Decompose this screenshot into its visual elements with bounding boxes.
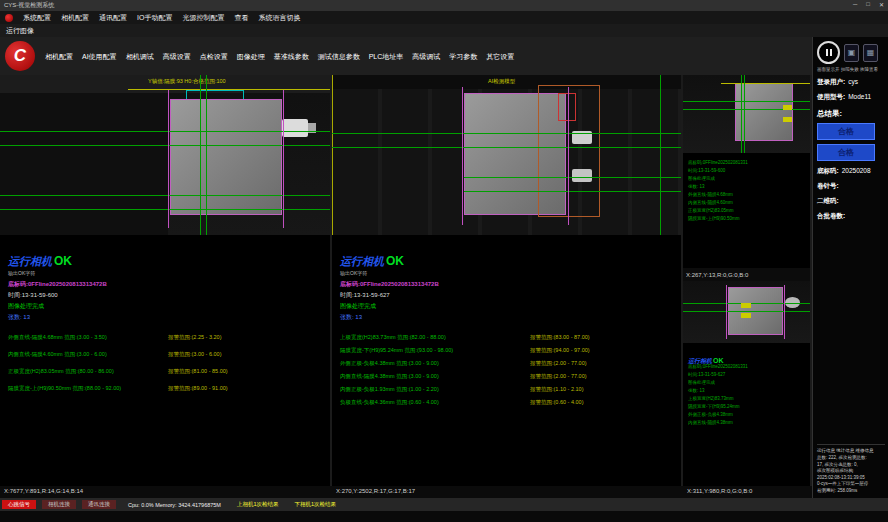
camera1-image[interactable]: Y轴值:隔膜:93 H0:合格范围:100 <box>0 75 330 235</box>
toolbar-item[interactable]: 测试信息参数 <box>318 52 360 62</box>
pause-button[interactable] <box>817 41 840 64</box>
overlay-magenta-vline <box>784 285 785 339</box>
connector-part <box>282 119 308 137</box>
camera-title: 运行相机 <box>340 255 384 267</box>
overlay-green-hline <box>683 311 810 312</box>
overlay-green-vline <box>660 75 661 235</box>
yellow-mark <box>741 303 751 308</box>
toolbar-item[interactable]: 点检设置 <box>200 52 228 62</box>
menu-item[interactable]: 系统配置 <box>23 13 51 23</box>
toolbar-item[interactable]: 相机调试 <box>126 52 154 62</box>
measurement-alarm: 报警范围:(0.60 - 4.00) <box>530 399 584 406</box>
stats-line: 检测用时: 258.09ms <box>817 488 885 495</box>
menu-item[interactable]: 通讯配置 <box>99 13 127 23</box>
yellow-mark <box>783 105 792 110</box>
measurement-row: 正极宽度(H2)83.05mm 范围:(80.00 - 86.00) 报警范围:… <box>8 368 326 375</box>
tab-run-image[interactable]: 运行图像 <box>6 26 34 36</box>
overlay-green-hline <box>0 209 330 210</box>
layout-button[interactable]: ▦ <box>863 44 878 62</box>
measurement-value: 外侧正极-负极4.38mm 范围:(3.00 - 9.00) <box>340 360 530 367</box>
preview2-image[interactable] <box>683 281 810 343</box>
model-label: 使用型号: <box>817 93 845 102</box>
measurement-list: 上极宽度(H2)83.73mm 范围:(82.00 - 88.00) 报警范围:… <box>340 334 677 406</box>
measurement-value: 负极直线-负极4.36mm 范围:(0.60 - 4.00) <box>340 399 530 406</box>
measurement-list: 外侧直线-隔膜4.68mm 范围:(3.00 - 3.50) 报警范围:(2.2… <box>8 334 326 392</box>
reel-row: 卷针号: <box>817 182 884 191</box>
overlay-measure-label: Y轴值:隔膜:93 H0:合格范围:100 <box>148 78 226 85</box>
preview1-pane: 底标码:0FFline202502081331时间:13-31-59-600图像… <box>683 75 810 268</box>
ai-model-label: AI检测模型 <box>488 78 515 85</box>
window-title: CYS-视觉检测系统 <box>4 1 54 10</box>
toolbar-item[interactable]: 相机配置 <box>45 52 73 62</box>
overlay-green-hline <box>332 133 681 134</box>
toolbar: C 相机配置AI使用配置相机调试高级设置点检设置图像处理基准线参数测试信息参数P… <box>0 37 812 75</box>
bottom-statusbar: 心跳信号 相机连接 通讯连接 Cpu: 0.0% Memory: 3424.41… <box>0 498 888 511</box>
pause-icon <box>830 49 832 56</box>
window-footer <box>0 511 888 522</box>
right-panel: ▣ ▦ 画面显示开 拍照失败 故障查看 登录用户: cys 使用型号: Mode… <box>812 37 888 498</box>
menu-item[interactable]: 系统语言切换 <box>258 13 300 23</box>
total-result-label: 总结果: <box>817 109 884 119</box>
measurement-alarm: 报警范围:(83.00 - 87.00) <box>530 334 590 341</box>
preview-text-line: 内侧直线-隔膜4.60mm <box>688 199 748 207</box>
close-button[interactable]: ✕ <box>879 1 884 8</box>
barcode-line: 底标码:0FFline2025020813313472B <box>340 280 677 289</box>
toolbar-item[interactable]: 图像处理 <box>237 52 265 62</box>
cpu-memory-readout: Cpu: 0.0% Memory: 3424.41796875M <box>128 502 221 508</box>
menu-item[interactable]: IO手动配置 <box>137 13 172 23</box>
camera1-pane: Y轴值:隔膜:93 H0:合格范围:100 运行相机OK 输出OK字符 底标码:… <box>0 75 330 486</box>
preview-text-line: 上极宽度(H2)83.73mm <box>688 395 748 403</box>
toolbar-item[interactable]: 高级调试 <box>412 52 440 62</box>
overlay-green-hline <box>464 191 681 192</box>
menu-item[interactable]: 查看 <box>234 13 248 23</box>
yellow-mark <box>783 117 792 122</box>
login-label: 登录用户: <box>817 78 845 87</box>
overlay-magenta-vline <box>568 87 569 225</box>
measurement-value: 内侧直线-隔膜4.60mm 范围:(3.00 - 6.00) <box>8 351 168 358</box>
process-done-line: 图像处理完成 <box>8 302 326 311</box>
measurement-alarm: 报警范围:(94.00 - 97.00) <box>530 347 590 354</box>
barcode-line: 底标码:0FFline2025020813313472B <box>8 280 326 289</box>
overlay-green-vline <box>741 75 742 153</box>
measurement-row: 负极直线-负极4.36mm 范围:(0.60 - 4.00) 报警范围:(0.6… <box>340 399 677 406</box>
camera-subtitle: 输出OK字符 <box>340 270 677 276</box>
camera-connection-indicator[interactable]: 相机连接 <box>42 500 76 509</box>
preview-text-line: 隔膜宽度-下(H9)95.24mm <box>688 403 748 411</box>
menu-item[interactable]: 相机配置 <box>61 13 89 23</box>
toolbar-item[interactable]: AI使用配置 <box>82 52 117 62</box>
qr-label: 二维码: <box>817 197 839 206</box>
toolbar-item[interactable]: PLC地址率 <box>369 52 404 62</box>
measurement-row: 外侧正极-负极4.38mm 范围:(3.00 - 9.00) 报警范围:(2.0… <box>340 360 677 367</box>
toolbar-item[interactable]: 基准线参数 <box>274 52 309 62</box>
maximize-button[interactable]: □ <box>866 1 870 8</box>
camera1-header: 运行相机OK <box>8 251 326 269</box>
comm-connection-indicator[interactable]: 通讯连接 <box>82 500 116 509</box>
camera2-image[interactable]: AI检测模型 <box>332 75 681 235</box>
overlay-yellow-line <box>721 83 810 84</box>
app-logo-icon <box>5 14 13 22</box>
login-row: 登录用户: cys <box>817 78 884 87</box>
preview-text-line: 张数: 13 <box>688 183 748 191</box>
batch-label: 合批卷数: <box>817 212 845 221</box>
measurement-alarm: 报警范围:(89.00 - 91.00) <box>168 385 228 392</box>
menu-item[interactable]: 光源控制配置 <box>182 13 224 23</box>
pause-icon <box>826 49 828 56</box>
capture-button[interactable]: ▣ <box>844 44 859 62</box>
toolbar-item[interactable]: 其它设置 <box>486 52 514 62</box>
measurement-value: 内侧正极-负极1.93mm 范围:(1.00 - 2.20) <box>340 386 530 393</box>
menu-items: 系统配置相机配置通讯配置IO手动配置光源控制配置查看系统语言切换 <box>23 13 300 23</box>
stats-block: 运行信息 统计信息 维修信息 总数: 222, 班次检测总数:17, 班次分选总… <box>817 444 885 494</box>
heartbeat-indicator[interactable]: 心跳信号 <box>2 500 36 509</box>
measurement-alarm: 报警范围:(81.00 - 85.00) <box>168 368 228 375</box>
batch-row: 合批卷数: <box>817 212 884 221</box>
measurement-alarm: 报警范围:(1.10 - 2.10) <box>530 386 584 393</box>
preview1-image[interactable] <box>683 75 810 153</box>
overlay-magenta-vline <box>168 90 169 228</box>
total-result-boxes: 合格合格 <box>817 123 884 161</box>
model-row: 使用型号: Mode11 <box>817 93 884 102</box>
toolbar-item[interactable]: 高级设置 <box>163 52 191 62</box>
result-indicator: 合格 <box>817 144 875 161</box>
minimize-button[interactable]: ─ <box>853 1 857 8</box>
time-line: 时间:13-31-59-627 <box>340 291 677 300</box>
toolbar-item[interactable]: 学习参数 <box>449 52 477 62</box>
